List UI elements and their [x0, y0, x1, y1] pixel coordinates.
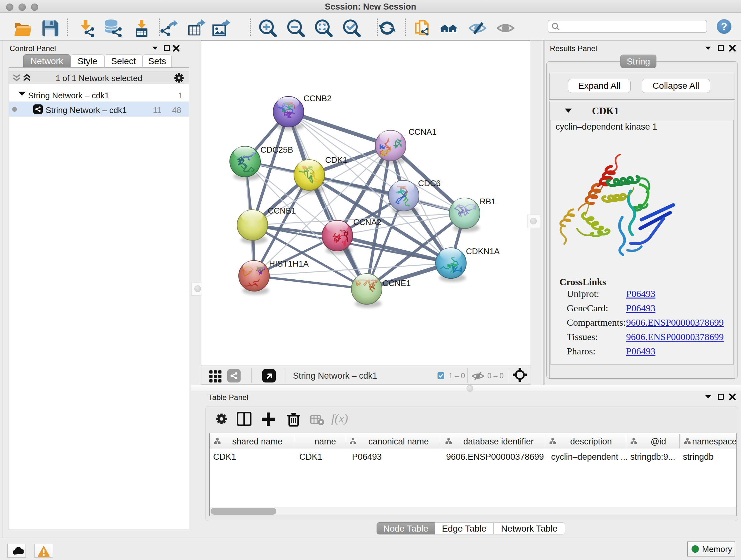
svg-text:CDC25B: CDC25B [260, 145, 293, 154]
svg-text:HIST1H1A: HIST1H1A [269, 259, 309, 268]
svg-text:CCNB1: CCNB1 [268, 206, 296, 215]
svg-text:CDK1: CDK1 [325, 155, 347, 165]
svg-text:RB1: RB1 [480, 197, 496, 206]
svg-text:CCNA2: CCNA2 [353, 217, 381, 227]
svg-text:CDKN1A: CDKN1A [466, 246, 500, 256]
svg-text:CCNB2: CCNB2 [304, 94, 332, 103]
svg-text:CCNE1: CCNE1 [383, 278, 411, 288]
svg-text:CCNA1: CCNA1 [408, 127, 436, 137]
svg-text:CDC6: CDC6 [418, 179, 441, 188]
